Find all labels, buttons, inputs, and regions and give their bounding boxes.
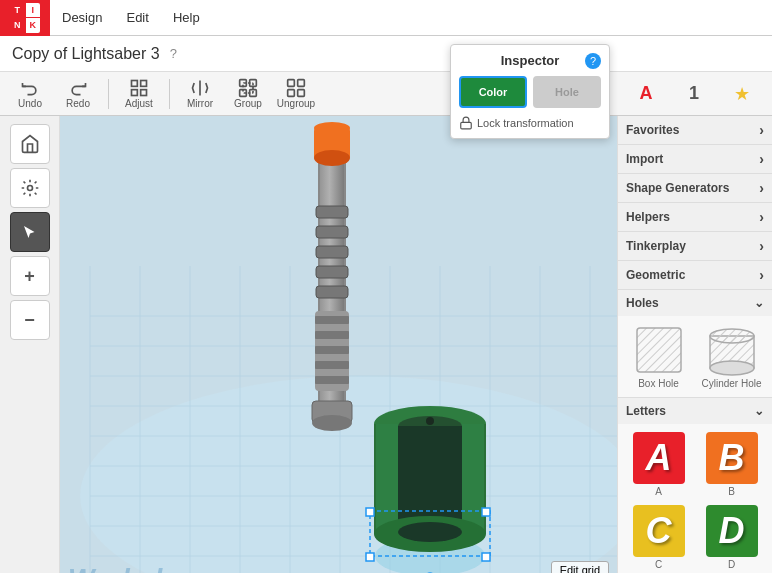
section-geometric-label: Geometric: [626, 268, 685, 282]
home-view-button[interactable]: [10, 124, 50, 164]
section-tinkerplay: Tinkerplay: [618, 232, 772, 261]
section-helpers-arrow: [759, 209, 764, 225]
section-import-arrow: [759, 151, 764, 167]
orbit-control[interactable]: [10, 168, 50, 208]
svg-rect-12: [298, 90, 305, 97]
logo-i: I: [26, 3, 41, 18]
toolbar: Undo Redo Adjust Mirror Group: [0, 72, 772, 116]
project-name-help: ?: [170, 46, 177, 61]
letter-item-b[interactable]: B B: [697, 430, 766, 499]
svg-rect-77: [366, 508, 374, 516]
section-letters: Letters A A B B C C D D E E F F G G: [618, 398, 772, 573]
section-shape-generators: Shape Generators: [618, 174, 772, 203]
letter-label-d: D: [728, 559, 735, 570]
section-holes-arrow: [754, 296, 764, 310]
svg-point-75: [398, 522, 462, 542]
box-hole-shape: [633, 324, 685, 376]
group-button[interactable]: Group: [226, 75, 270, 113]
redo-button[interactable]: Redo: [56, 75, 100, 113]
menu-design[interactable]: Design: [50, 0, 114, 36]
project-name[interactable]: Copy of Lightsaber 3: [12, 45, 160, 63]
letter-a-button[interactable]: A: [624, 75, 668, 113]
select-tool[interactable]: [10, 212, 50, 252]
tinkercad-logo[interactable]: T I N K: [0, 0, 50, 36]
workplane-label: Workplane: [68, 563, 211, 573]
adjust-label: Adjust: [125, 98, 153, 109]
letter-item-a[interactable]: A A: [624, 430, 693, 499]
letter-item-d[interactable]: D D: [697, 503, 766, 572]
inspector-color-label: Color: [479, 86, 508, 98]
menu-help[interactable]: Help: [161, 0, 212, 36]
letter-label-c: C: [655, 559, 662, 570]
section-helpers-header[interactable]: Helpers: [618, 203, 772, 231]
section-letters-arrow: [754, 404, 764, 418]
svg-rect-9: [288, 80, 295, 87]
svg-rect-63: [315, 331, 349, 339]
svg-rect-62: [315, 316, 349, 324]
section-letters-header[interactable]: Letters: [618, 398, 772, 424]
titlebar: Copy of Lightsaber 3 ?: [0, 36, 772, 72]
scene-overlay: [60, 116, 617, 573]
inspector-title: Inspector: [459, 53, 601, 68]
svg-rect-8: [243, 83, 253, 93]
number-1-icon: 1: [689, 83, 699, 104]
svg-point-87: [710, 329, 754, 343]
letters-grid: A A B B C C D D E E F F G G H H: [624, 430, 766, 573]
edit-grid-button[interactable]: Edit grid: [551, 561, 609, 573]
star-button[interactable]: ★: [720, 75, 764, 113]
zoom-in-button[interactable]: +: [10, 256, 50, 296]
box-hole-item[interactable]: Box Hole: [624, 322, 693, 391]
inspector-help-button[interactable]: ?: [585, 53, 601, 69]
cylinder-hole-item[interactable]: Cylinder Hole: [697, 322, 766, 391]
section-geometric-header[interactable]: Geometric: [618, 261, 772, 289]
inspector-hole-button[interactable]: Hole: [533, 76, 601, 108]
svg-rect-3: [132, 90, 138, 96]
letter-item-c[interactable]: C C: [624, 503, 693, 572]
logo-t: T: [10, 3, 25, 18]
ungroup-label: Ungroup: [277, 98, 315, 109]
svg-rect-84: [637, 328, 681, 372]
svg-rect-56: [316, 206, 348, 218]
menu-edit[interactable]: Edit: [114, 0, 160, 36]
redo-label: Redo: [66, 98, 90, 109]
inspector-lock-label: Lock transformation: [477, 117, 574, 129]
inspector-color-button[interactable]: Color: [459, 76, 527, 108]
logo-n: N: [10, 18, 25, 33]
letter-shape-b: B: [706, 432, 758, 484]
section-letters-label: Letters: [626, 404, 666, 418]
cylinder-hole-label: Cylinder Hole: [701, 378, 761, 389]
mirror-label: Mirror: [187, 98, 213, 109]
inspector-lock[interactable]: Lock transformation: [459, 116, 601, 130]
letter-shape-a: A: [633, 432, 685, 484]
mirror-button[interactable]: Mirror: [178, 75, 222, 113]
inspector-panel: Inspector ? Color Hole Lock transformati…: [450, 44, 610, 139]
ungroup-button[interactable]: Ungroup: [274, 75, 318, 113]
letter-shape-c: C: [633, 505, 685, 557]
number-1-button[interactable]: 1: [672, 75, 716, 113]
section-shape-generators-header[interactable]: Shape Generators: [618, 174, 772, 202]
letter-a-icon: A: [640, 83, 653, 104]
menubar: T I N K Design Edit Help: [0, 0, 772, 36]
holes-grid: Box Hole: [624, 322, 766, 391]
svg-point-20: [27, 186, 32, 191]
toolbar-separator-1: [108, 79, 109, 109]
section-helpers-label: Helpers: [626, 210, 670, 224]
left-nav-panel: + −: [0, 116, 60, 573]
svg-rect-65: [315, 361, 349, 369]
section-holes: Holes: [618, 290, 772, 398]
3d-viewport[interactable]: Workplane Edit grid Snap grid 1.0 0.5 0.…: [60, 116, 617, 573]
undo-button[interactable]: Undo: [8, 75, 52, 113]
logo-k: K: [26, 18, 41, 33]
adjust-button[interactable]: Adjust: [117, 75, 161, 113]
section-holes-header[interactable]: Holes: [618, 290, 772, 316]
section-import-header[interactable]: Import: [618, 145, 772, 173]
section-favorites-header[interactable]: Favorites: [618, 116, 772, 144]
section-import-label: Import: [626, 152, 663, 166]
section-tinkerplay-header[interactable]: Tinkerplay: [618, 232, 772, 260]
zoom-out-button[interactable]: −: [10, 300, 50, 340]
svg-rect-66: [315, 376, 349, 384]
main-area: + −: [0, 116, 772, 573]
zoom-in-icon: +: [24, 266, 35, 287]
section-holes-label: Holes: [626, 296, 659, 310]
svg-rect-78: [482, 508, 490, 516]
